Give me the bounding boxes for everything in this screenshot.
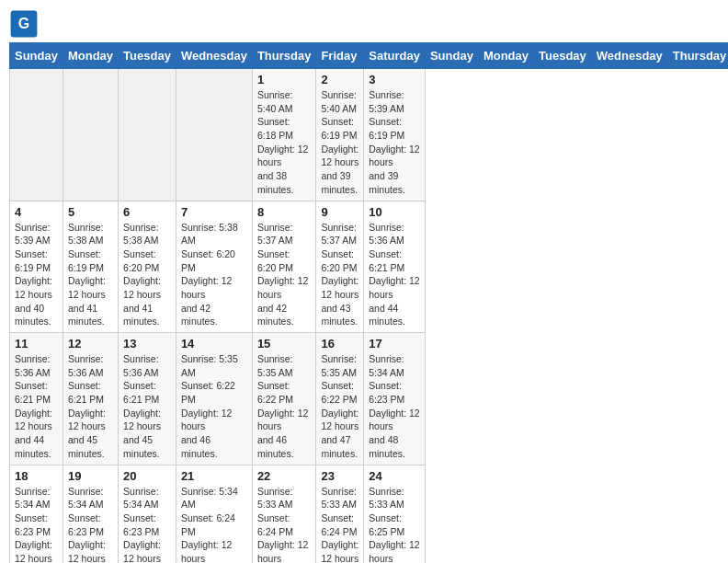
calendar-cell: 21Sunrise: 5:34 AMSunset: 6:24 PMDayligh… [176, 465, 252, 563]
day-info: Sunrise: 5:39 AMSunset: 6:19 PMDaylight:… [15, 221, 58, 329]
day-info: Sunrise: 5:34 AMSunset: 6:23 PMDaylight:… [68, 485, 113, 564]
day-info: Sunrise: 5:35 AMSunset: 6:22 PMDaylight:… [257, 352, 312, 461]
calendar-cell: 13Sunrise: 5:36 AMSunset: 6:21 PMDayligh… [119, 333, 176, 465]
calendar-cell: 7Sunrise: 5:38 AMSunset: 6:20 PMDaylight… [176, 201, 252, 333]
calendar-week-2: 4Sunrise: 5:39 AMSunset: 6:19 PMDaylight… [10, 201, 729, 333]
day-number: 4 [15, 205, 58, 219]
calendar-cell: 11Sunrise: 5:36 AMSunset: 6:21 PMDayligh… [10, 333, 63, 465]
calendar-cell: 16Sunrise: 5:35 AMSunset: 6:22 PMDayligh… [316, 333, 364, 465]
day-info: Sunrise: 5:40 AMSunset: 6:18 PMDaylight:… [257, 88, 312, 197]
col-header-wednesday: Wednesday [591, 43, 667, 69]
day-info: Sunrise: 5:34 AMSunset: 6:23 PMDaylight:… [15, 485, 58, 564]
day-number: 15 [257, 337, 312, 350]
day-info: Sunrise: 5:38 AMSunset: 6:19 PMDaylight:… [68, 221, 113, 329]
calendar-cell: 9Sunrise: 5:37 AMSunset: 6:20 PMDaylight… [316, 201, 364, 333]
day-info: Sunrise: 5:36 AMSunset: 6:21 PMDaylight:… [123, 352, 171, 461]
calendar-cell [63, 69, 118, 201]
day-info: Sunrise: 5:36 AMSunset: 6:21 PMDaylight:… [369, 221, 420, 329]
page-header: G [9, 9, 719, 39]
calendar-cell: 19Sunrise: 5:34 AMSunset: 6:23 PMDayligh… [63, 465, 118, 563]
calendar-cell: 12Sunrise: 5:36 AMSunset: 6:21 PMDayligh… [63, 333, 118, 465]
calendar-cell [176, 69, 252, 201]
col-header-thursday: Thursday [252, 43, 316, 69]
col-header-friday: Friday [316, 43, 364, 69]
calendar-cell [10, 69, 63, 201]
day-info: Sunrise: 5:36 AMSunset: 6:21 PMDaylight:… [68, 352, 113, 461]
calendar-cell: 5Sunrise: 5:38 AMSunset: 6:19 PMDaylight… [63, 201, 118, 333]
day-number: 2 [321, 73, 358, 86]
day-number: 21 [181, 469, 247, 483]
calendar-cell: 2Sunrise: 5:40 AMSunset: 6:19 PMDaylight… [316, 69, 364, 201]
calendar-table: SundayMondayTuesdayWednesdayThursdayFrid… [9, 42, 728, 563]
col-header-monday: Monday [63, 43, 118, 69]
calendar-cell: 22Sunrise: 5:33 AMSunset: 6:24 PMDayligh… [252, 465, 316, 563]
day-number: 18 [15, 469, 58, 483]
day-info: Sunrise: 5:34 AMSunset: 6:23 PMDaylight:… [123, 485, 171, 564]
calendar-cell [119, 69, 176, 201]
day-number: 6 [123, 205, 171, 219]
calendar-cell: 8Sunrise: 5:37 AMSunset: 6:20 PMDaylight… [252, 201, 316, 333]
day-number: 24 [369, 469, 420, 483]
day-number: 22 [257, 469, 312, 483]
day-info: Sunrise: 5:37 AMSunset: 6:20 PMDaylight:… [257, 221, 312, 329]
day-number: 5 [68, 205, 113, 219]
day-number: 8 [257, 205, 312, 219]
col-header-tuesday: Tuesday [119, 43, 176, 69]
day-info: Sunrise: 5:39 AMSunset: 6:19 PMDaylight:… [369, 88, 420, 197]
col-header-sunday: Sunday [10, 43, 63, 69]
svg-text:G: G [18, 16, 29, 31]
day-info: Sunrise: 5:34 AMSunset: 6:24 PMDaylight:… [181, 485, 247, 564]
col-header-sunday: Sunday [425, 43, 478, 69]
day-number: 10 [369, 205, 420, 219]
day-number: 9 [321, 205, 358, 219]
day-info: Sunrise: 5:33 AMSunset: 6:24 PMDaylight:… [257, 485, 312, 564]
calendar-week-3: 11Sunrise: 5:36 AMSunset: 6:21 PMDayligh… [10, 333, 729, 465]
calendar-cell: 24Sunrise: 5:33 AMSunset: 6:25 PMDayligh… [364, 465, 426, 563]
col-header-saturday: Saturday [364, 43, 426, 69]
day-info: Sunrise: 5:36 AMSunset: 6:21 PMDaylight:… [15, 352, 58, 461]
calendar-cell: 10Sunrise: 5:36 AMSunset: 6:21 PMDayligh… [364, 201, 426, 333]
day-number: 11 [15, 337, 58, 350]
calendar-cell: 3Sunrise: 5:39 AMSunset: 6:19 PMDaylight… [364, 69, 426, 201]
col-header-thursday: Thursday [667, 43, 728, 69]
day-info: Sunrise: 5:38 AMSunset: 6:20 PMDaylight:… [181, 221, 247, 329]
col-header-tuesday: Tuesday [534, 43, 592, 69]
calendar-cell: 1Sunrise: 5:40 AMSunset: 6:18 PMDaylight… [252, 69, 316, 201]
day-info: Sunrise: 5:33 AMSunset: 6:25 PMDaylight:… [369, 485, 420, 564]
day-number: 14 [181, 337, 247, 350]
day-number: 20 [123, 469, 171, 483]
calendar-week-4: 18Sunrise: 5:34 AMSunset: 6:23 PMDayligh… [10, 465, 729, 563]
day-number: 1 [257, 73, 312, 86]
calendar-cell: 14Sunrise: 5:35 AMSunset: 6:22 PMDayligh… [176, 333, 252, 465]
logo-icon: G [9, 9, 39, 39]
day-number: 23 [321, 469, 358, 483]
col-header-wednesday: Wednesday [176, 43, 252, 69]
day-number: 7 [181, 205, 247, 219]
calendar-cell: 6Sunrise: 5:38 AMSunset: 6:20 PMDaylight… [119, 201, 176, 333]
day-info: Sunrise: 5:37 AMSunset: 6:20 PMDaylight:… [321, 221, 358, 329]
day-number: 17 [369, 337, 420, 350]
calendar-cell: 18Sunrise: 5:34 AMSunset: 6:23 PMDayligh… [10, 465, 63, 563]
calendar-cell: 15Sunrise: 5:35 AMSunset: 6:22 PMDayligh… [252, 333, 316, 465]
calendar-cell: 4Sunrise: 5:39 AMSunset: 6:19 PMDaylight… [10, 201, 63, 333]
day-info: Sunrise: 5:35 AMSunset: 6:22 PMDaylight:… [321, 352, 358, 461]
logo: G [9, 9, 44, 39]
day-number: 19 [68, 469, 113, 483]
day-info: Sunrise: 5:34 AMSunset: 6:23 PMDaylight:… [369, 352, 420, 461]
col-header-monday: Monday [478, 43, 533, 69]
day-number: 12 [68, 337, 113, 350]
calendar-cell: 17Sunrise: 5:34 AMSunset: 6:23 PMDayligh… [364, 333, 426, 465]
day-info: Sunrise: 5:33 AMSunset: 6:24 PMDaylight:… [321, 485, 358, 564]
day-number: 13 [123, 337, 171, 350]
day-number: 3 [369, 73, 420, 86]
calendar-cell: 20Sunrise: 5:34 AMSunset: 6:23 PMDayligh… [119, 465, 176, 563]
day-number: 16 [321, 337, 358, 350]
day-info: Sunrise: 5:35 AMSunset: 6:22 PMDaylight:… [181, 352, 247, 461]
day-info: Sunrise: 5:40 AMSunset: 6:19 PMDaylight:… [321, 88, 358, 197]
calendar-header-row: SundayMondayTuesdayWednesdayThursdayFrid… [10, 43, 729, 69]
calendar-week-1: 1Sunrise: 5:40 AMSunset: 6:18 PMDaylight… [10, 69, 729, 201]
calendar-cell: 23Sunrise: 5:33 AMSunset: 6:24 PMDayligh… [316, 465, 364, 563]
day-info: Sunrise: 5:38 AMSunset: 6:20 PMDaylight:… [123, 221, 171, 329]
